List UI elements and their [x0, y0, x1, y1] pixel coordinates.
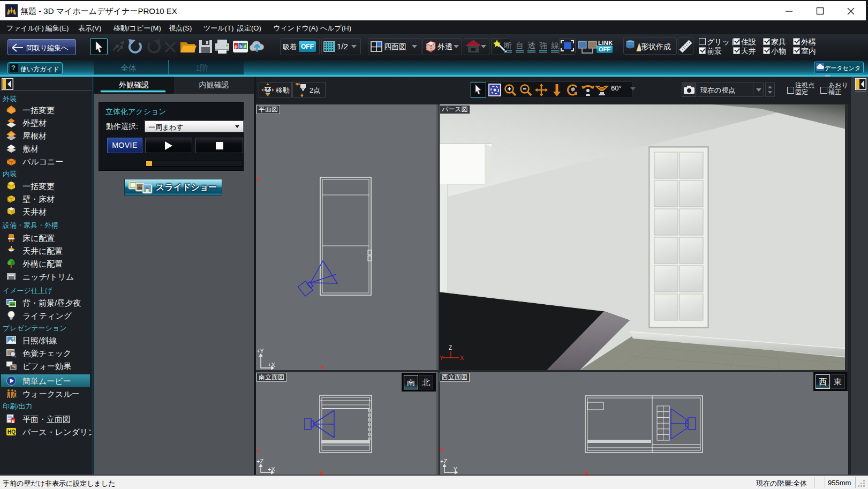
svg-text:+X: +X	[268, 466, 275, 472]
svg-text:b: b	[239, 44, 243, 49]
svg-text:+Z: +Z	[440, 458, 447, 464]
svg-text:d: d	[244, 44, 247, 49]
svg-text:X: X	[460, 355, 464, 361]
svg-text:+Y: +Y	[256, 348, 264, 354]
svg-text:HQ: HQ	[7, 429, 16, 435]
svg-text:+Z: +Z	[256, 458, 263, 464]
svg-text:Z: Z	[449, 345, 452, 351]
svg-text:Y: Y	[440, 355, 444, 361]
svg-text:-Y: -Y	[451, 466, 458, 472]
svg-text:p: p	[235, 44, 238, 49]
svg-text:+X: +X	[268, 362, 275, 368]
